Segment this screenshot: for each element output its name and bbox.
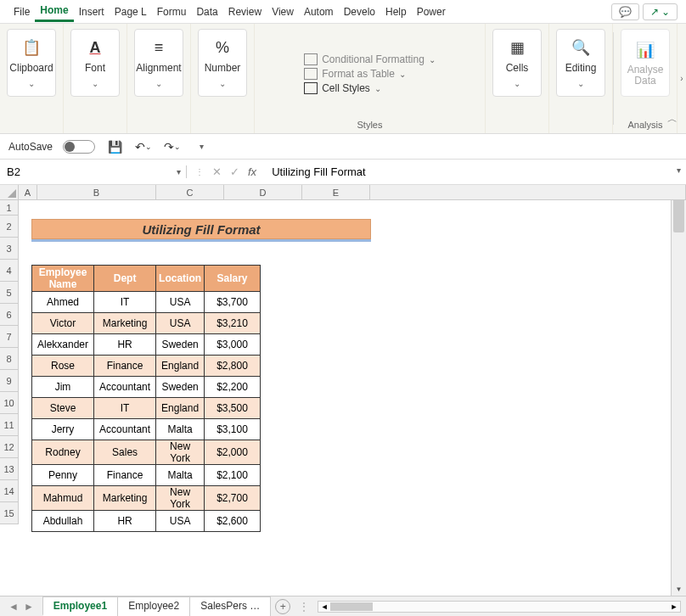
header-employee-name[interactable]: Employee Name (32, 266, 94, 292)
scroll-thumb[interactable] (673, 199, 684, 232)
sheet-nav-prev[interactable]: ◄ (8, 601, 19, 613)
cell-dept[interactable]: IT (94, 398, 156, 419)
col-header-e[interactable]: E (302, 185, 370, 199)
share-button[interactable]: ↗⌄ (643, 3, 678, 20)
header-salary[interactable]: Salary (205, 266, 261, 292)
vertical-scrollbar[interactable]: ▲ ▼ (671, 185, 686, 596)
scroll-down-icon[interactable]: ▼ (672, 582, 686, 596)
row-header-11[interactable]: 11 (0, 414, 18, 436)
tab-view[interactable]: View (267, 3, 299, 21)
cell-dept[interactable]: HR (94, 511, 156, 532)
hscroll-thumb[interactable] (330, 602, 373, 611)
table-row[interactable]: PennyFinanceMalta$2,100 (32, 465, 261, 486)
cell-salary[interactable]: $3,700 (205, 292, 261, 313)
cell-loc[interactable]: Malta (156, 419, 205, 440)
undo-button[interactable]: ↶⌄ (134, 137, 153, 156)
sheet-tab-employee1[interactable]: Employee1 (42, 596, 118, 616)
cell-salary[interactable]: $2,100 (205, 465, 261, 486)
cell-dept[interactable]: Finance (94, 356, 156, 377)
tab-formulas[interactable]: Formu (152, 3, 192, 21)
cell-loc[interactable]: New York (156, 440, 205, 465)
tab-help[interactable]: Help (380, 3, 412, 21)
row-header-13[interactable]: 13 (0, 458, 18, 480)
tab-power[interactable]: Power (412, 3, 451, 21)
tab-review[interactable]: Review (223, 3, 267, 21)
cell-salary[interactable]: $2,700 (205, 486, 261, 511)
row-header-15[interactable]: 15 (0, 502, 18, 524)
cell-name[interactable]: Rodney (32, 440, 94, 465)
row-header-3[interactable]: 3 (0, 238, 18, 260)
cell-name[interactable]: Ahmed (32, 292, 94, 313)
alignment-button[interactable]: ≡ Alignment (134, 29, 183, 97)
row-header-7[interactable]: 7 (0, 326, 18, 348)
horizontal-scrollbar[interactable]: ◄ ► (318, 601, 681, 613)
cell-dept[interactable]: Accountant (94, 377, 156, 398)
cancel-formula-button[interactable]: ✕ (212, 165, 222, 178)
name-box[interactable]: B2 ▾ (0, 165, 187, 178)
scroll-right-icon[interactable]: ► (668, 602, 680, 612)
tab-pagelayout[interactable]: Page L (110, 3, 152, 21)
cell-name[interactable]: Victor (32, 313, 94, 334)
cell-name[interactable]: Abdullah (32, 511, 94, 532)
row-header-9[interactable]: 9 (0, 370, 18, 392)
cells-button[interactable]: ▦ Cells (492, 29, 542, 97)
cell-name[interactable]: Jerry (32, 419, 94, 440)
cell-dept[interactable]: HR (94, 334, 156, 356)
row-header-14[interactable]: 14 (0, 480, 18, 502)
number-button[interactable]: % Number (198, 29, 247, 97)
format-as-table-button[interactable]: Format as Table (304, 68, 436, 80)
table-row[interactable]: JimAccountantSweden$2,200 (32, 377, 261, 398)
sheet-nav-next[interactable]: ► (24, 601, 34, 613)
cell-salary[interactable]: $3,210 (205, 313, 261, 334)
cell-loc[interactable]: Sweden (156, 377, 205, 398)
qat-customize-button[interactable]: ▾ (192, 137, 211, 156)
accept-formula-button[interactable]: ✓ (230, 165, 239, 178)
cell-loc[interactable]: USA (156, 313, 205, 334)
worksheet-grid[interactable]: A B C D E 123456789101112131415 Utilizin… (0, 185, 686, 596)
save-button[interactable]: 💾 (105, 137, 124, 156)
cell-salary[interactable]: $3,000 (205, 334, 261, 356)
row-header-4[interactable]: 4 (0, 260, 18, 282)
sheet-tab-employee2[interactable]: Employee2 (117, 596, 190, 616)
row-header-2[interactable]: 2 (0, 216, 18, 238)
table-row[interactable]: AlekxanderHRSweden$3,000 (32, 334, 261, 356)
col-header-blank[interactable] (370, 185, 686, 199)
fx-icon[interactable]: fx (248, 165, 256, 178)
row-header-8[interactable]: 8 (0, 348, 18, 370)
cell-loc[interactable]: Malta (156, 465, 205, 486)
cell-loc[interactable]: England (156, 356, 205, 377)
conditional-formatting-button[interactable]: Conditional Formatting (304, 53, 436, 65)
cell-salary[interactable]: $2,800 (205, 356, 261, 377)
cell-dept[interactable]: Finance (94, 465, 156, 486)
ribbon-overflow-button[interactable]: › (678, 24, 686, 133)
col-header-b[interactable]: B (37, 185, 156, 199)
cell-salary[interactable]: $2,200 (205, 377, 261, 398)
tab-data[interactable]: Data (191, 3, 222, 21)
cell-loc[interactable]: England (156, 398, 205, 419)
row-header-12[interactable]: 12 (0, 436, 18, 458)
tab-split-handle[interactable]: ⋮ (295, 601, 312, 613)
table-row[interactable]: RodneySalesNew York$2,000 (32, 440, 261, 465)
title-banner-cell[interactable]: Utilizing Fill Format (31, 219, 371, 239)
cell-loc[interactable]: USA (156, 511, 205, 532)
cell-name[interactable]: Jim (32, 377, 94, 398)
tab-home[interactable]: Home (35, 1, 73, 22)
editing-button[interactable]: 🔍 Editing (556, 29, 605, 97)
font-button[interactable]: A Font (70, 29, 120, 97)
collapse-ribbon-button[interactable]: ︿ (667, 112, 678, 126)
row-header-5[interactable]: 5 (0, 282, 18, 304)
scroll-left-icon[interactable]: ◄ (318, 602, 330, 612)
table-row[interactable]: RoseFinanceEngland$2,800 (32, 356, 261, 377)
table-row[interactable]: JerryAccountantMalta$3,100 (32, 419, 261, 440)
cell-loc[interactable]: USA (156, 292, 205, 313)
cell-dept[interactable]: Sales (94, 440, 156, 465)
cell-loc[interactable]: New York (156, 486, 205, 511)
sheet-tab-salespers[interactable]: SalesPers … (189, 596, 271, 616)
expand-formula-icon[interactable]: ▾ (677, 165, 681, 175)
autosave-toggle[interactable] (63, 140, 95, 154)
tab-automate[interactable]: Autom (299, 3, 339, 21)
cell-salary[interactable]: $2,000 (205, 440, 261, 465)
header-dept[interactable]: Dept (94, 266, 156, 292)
comments-button[interactable]: 💬 (611, 3, 639, 20)
cell-salary[interactable]: $3,500 (205, 398, 261, 419)
